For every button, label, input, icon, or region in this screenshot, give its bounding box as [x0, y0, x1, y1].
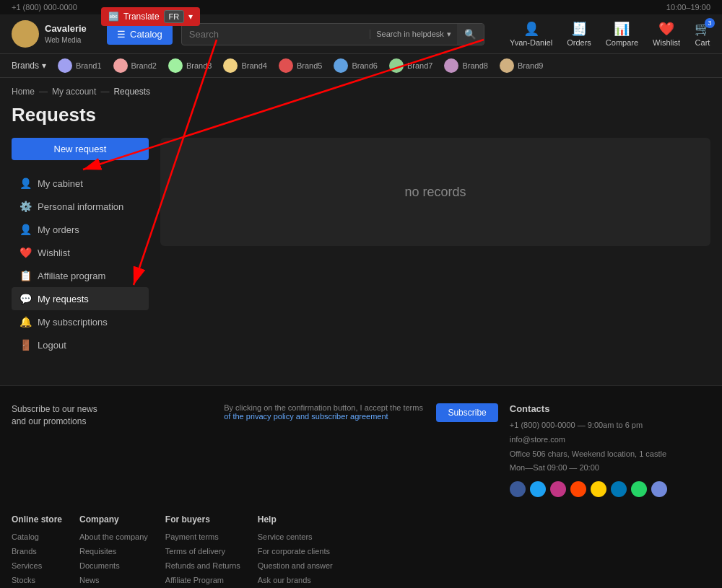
breadcrumb-sep2: — — [100, 87, 109, 97]
sidebar-item-my-orders[interactable]: 👤 My orders — [12, 218, 149, 241]
compare-icon: 📊 — [614, 21, 630, 37]
footer-link[interactable]: For corporate clients — [258, 545, 333, 559]
cart-label: Cart — [695, 38, 710, 47]
footer-contacts: Contacts +1 (800) 000-0000 — 9:00am to 6… — [510, 403, 710, 497]
search-input[interactable] — [182, 24, 370, 45]
brand-item[interactable]: Brand3 — [168, 58, 212, 73]
sidebar-item-my-subscriptions[interactable]: 🔔 My subscriptions — [12, 310, 149, 333]
logo-name: Cavalerie — [45, 23, 87, 35]
catalog-button[interactable]: ☰ Catalog — [107, 24, 173, 45]
catalog-icon: ☰ — [117, 29, 126, 40]
wishlist-menu[interactable]: ❤️ Wishlist — [653, 21, 680, 47]
sidebar-item-logout[interactable]: 🚪 Logout — [12, 333, 149, 356]
social-whatsapp[interactable] — [631, 481, 647, 497]
sidebar-item-affiliate-program[interactable]: 📋 Affiliate program — [12, 264, 149, 287]
brand-item[interactable]: Brand2 — [113, 58, 157, 73]
brand-item[interactable]: Brand8 — [444, 58, 487, 73]
social-snapchat[interactable] — [591, 481, 606, 497]
cart-menu[interactable]: 🛒 3 Cart — [695, 21, 710, 47]
user-label: Yvan-Daniel — [510, 38, 552, 47]
new-request-button[interactable]: New request — [12, 138, 149, 160]
search-dropdown[interactable]: Search in helpdesk ▾ — [370, 30, 457, 39]
subscribe-link[interactable]: of the privacy policy and subscriber agr… — [224, 412, 388, 421]
social-reddit[interactable] — [570, 481, 586, 497]
footer-link[interactable]: Question and answer — [258, 559, 333, 574]
search-bar: Search in helpdesk ▾ 🔍 — [181, 23, 484, 45]
social-twitter[interactable] — [530, 481, 546, 497]
breadcrumb-my-account[interactable]: My account — [52, 87, 96, 97]
sidebar-menu: 👤 My cabinet ⚙️ Personal information 👤 M… — [12, 172, 149, 356]
logo[interactable]: Cavalerie Web Media — [12, 20, 98, 48]
subscribe-desc: By clicking on the confirmation button, … — [224, 403, 423, 412]
compare-menu[interactable]: 📊 Compare — [606, 21, 638, 47]
footer-col-title: For buyers — [165, 514, 240, 525]
sidebar-item-label: Wishlist — [38, 247, 70, 258]
orders-icon: 👤 — [19, 224, 32, 235]
footer-link[interactable]: Affiliate Program — [165, 574, 240, 588]
sidebar-item-label: My orders — [38, 224, 79, 235]
orders-label: Orders — [567, 38, 591, 47]
orders-menu[interactable]: 🧾 Orders — [567, 21, 591, 47]
breadcrumb-home[interactable]: Home — [12, 87, 35, 97]
chevron-down-icon: ▾ — [188, 12, 193, 22]
footer-link[interactable]: Refunds and Returns — [165, 559, 240, 574]
footer-link[interactable]: About the company — [79, 530, 148, 545]
footer-link[interactable]: Payment terms — [165, 530, 240, 545]
footer-link[interactable]: Catalog — [12, 530, 62, 545]
social-facebook[interactable] — [510, 481, 526, 497]
header-actions: 👤 Yvan-Daniel 🧾 Orders 📊 Compare ❤️ Wish… — [510, 21, 710, 47]
footer-col-title: Online store — [12, 514, 62, 525]
breadcrumb: Home — My account — Requests — [0, 78, 722, 101]
phone-number: +1 (800) 000-0000 — [12, 3, 77, 12]
hours: 10:00–19:00 — [666, 3, 710, 12]
brands-button[interactable]: Brands ▾ — [12, 61, 46, 71]
wishlist-icon: ❤️ — [658, 21, 674, 37]
subscribe-button[interactable]: Subscribe — [436, 403, 497, 422]
social-instagram[interactable] — [550, 481, 566, 497]
footer-top: Subscribe to our newsand our promotions … — [12, 403, 710, 497]
brand-item[interactable]: Brand5 — [279, 58, 322, 73]
footer-link[interactable]: Documents — [79, 559, 148, 574]
user-menu[interactable]: 👤 Yvan-Daniel — [510, 21, 552, 47]
sidebar-item-my-requests[interactable]: 💬 My requests — [12, 287, 149, 310]
social-discord[interactable] — [651, 481, 667, 497]
brand-item[interactable]: Brand1 — [58, 58, 101, 73]
sidebar-item-my-cabinet[interactable]: 👤 My cabinet — [12, 172, 149, 195]
footer-subscribe-right: By clicking on the confirmation button, … — [224, 403, 425, 421]
brand-item[interactable]: Brand6 — [334, 58, 377, 73]
footer-link[interactable]: Brands — [12, 545, 62, 559]
no-records-text: no records — [404, 185, 466, 200]
contact-email: info@store.com — [510, 433, 710, 447]
footer-links: Online store Catalog Brands Services Sto… — [12, 514, 710, 587]
brand-item[interactable]: Brand9 — [500, 58, 543, 73]
subscribe-title: Subscribe to our newsand our promotions — [12, 403, 212, 428]
user-icon: 👤 — [523, 21, 539, 37]
search-button[interactable]: 🔍 — [457, 24, 484, 45]
brand-item[interactable]: Brand7 — [389, 58, 432, 73]
sidebar-item-label: My cabinet — [38, 178, 83, 189]
cart-badge: 3 — [705, 18, 715, 28]
sidebar-item-label: My requests — [38, 294, 89, 304]
logout-icon: 🚪 — [19, 339, 32, 351]
subscribe-btn-area: Subscribe — [436, 403, 497, 422]
language-button[interactable]: FR — [164, 10, 185, 23]
social-linkedin[interactable] — [611, 481, 627, 497]
footer-link[interactable]: News — [79, 574, 148, 588]
wishlist-label: Wishlist — [653, 38, 680, 47]
search-in-helpdesk-label: Search in helpdesk — [376, 30, 444, 38]
user-icon: 👤 — [19, 177, 32, 189]
chevron-down-icon: ▾ — [447, 30, 451, 39]
breadcrumb-current: Requests — [113, 87, 150, 97]
footer-col-buyers: For buyers Payment terms Terms of delive… — [165, 514, 240, 587]
sidebar-item-personal-information[interactable]: ⚙️ Personal information — [12, 195, 149, 218]
footer-link[interactable]: Terms of delivery — [165, 545, 240, 559]
footer-link[interactable]: Services — [12, 559, 62, 574]
orders-icon: 🧾 — [571, 21, 587, 37]
sidebar-item-wishlist[interactable]: ❤️ Wishlist — [12, 241, 149, 264]
footer-link[interactable]: Requisites — [79, 545, 148, 559]
footer-link[interactable]: Ask our brands — [258, 574, 333, 588]
brands-bar: Brands ▾ Brand1 Brand2 Brand3 Brand4 Bra… — [0, 54, 722, 78]
footer-link[interactable]: Stocks — [12, 574, 62, 588]
footer-link[interactable]: Service centers — [258, 530, 333, 545]
brand-item[interactable]: Brand4 — [223, 58, 266, 73]
